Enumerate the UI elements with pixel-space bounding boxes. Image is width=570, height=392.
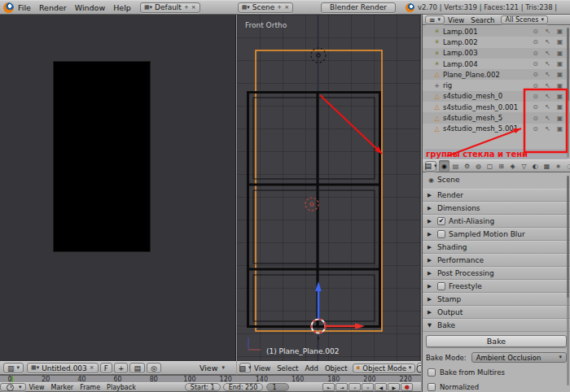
select-icon[interactable]: ↖ xyxy=(544,71,551,78)
record-button[interactable]: ● xyxy=(401,383,413,391)
jump-to-end-button[interactable]: ⇥ xyxy=(335,383,348,391)
view3d-menu-add[interactable]: Add xyxy=(301,364,321,372)
hide-icon[interactable]: ⊙ xyxy=(532,38,539,46)
outliner-scrollbar[interactable] xyxy=(567,28,569,158)
outliner-item-rig[interactable]: +rig⊙↖▣ xyxy=(423,80,570,90)
tab-texture-icon[interactable]: ▦ xyxy=(542,160,552,172)
hide-icon[interactable]: ⊙ xyxy=(532,50,539,57)
topbar-menu-window[interactable]: Window xyxy=(71,3,109,12)
select-icon[interactable]: ↖ xyxy=(544,103,551,111)
view3d-menu-object[interactable]: Object xyxy=(322,364,351,372)
open-image-button[interactable]: ▤ xyxy=(129,363,145,373)
hide-icon[interactable]: ⊙ xyxy=(532,93,539,100)
panel-stamp[interactable]: ▶Stamp xyxy=(423,293,570,306)
panel-post-processing[interactable]: ▶Post Processing xyxy=(423,267,570,280)
hide-icon[interactable]: ⊙ xyxy=(532,115,539,122)
scene-selector[interactable]: ▦▾ Scene + × xyxy=(238,2,293,13)
timeline-menu-view[interactable]: View xyxy=(26,384,48,391)
select-icon[interactable]: ↖ xyxy=(544,28,551,35)
panel-freestyle[interactable]: ▶Freestyle xyxy=(423,280,570,293)
outliner-item-s4studio-mesh-0[interactable]: △s4studio_mesh_0⊙↖▣ xyxy=(423,91,570,102)
tab-object-data-icon[interactable]: ▽ xyxy=(519,160,529,172)
panel-sampled-motion-blur[interactable]: ▶Sampled Motion Blur xyxy=(423,228,570,241)
new-image-button[interactable]: + xyxy=(114,363,129,373)
panel-checkbox[interactable]: ✔ xyxy=(437,217,445,225)
timeline-menu-marker[interactable]: Marker xyxy=(48,384,77,391)
start-frame-field[interactable]: Start: 1 xyxy=(185,383,221,391)
outliner-item-s4studio-mesh-0-001[interactable]: △s4studio_mesh_0.001⊙↖▣ xyxy=(423,102,570,112)
editor-type-timeline-icon[interactable]: ▾ xyxy=(0,383,26,391)
end-frame-field[interactable]: End: 250 xyxy=(223,383,264,391)
prev-keyframe-button[interactable]: « xyxy=(349,383,361,391)
hide-icon[interactable]: ⊙ xyxy=(532,82,539,89)
browse-layout-icon[interactable]: ▦▾ xyxy=(144,5,152,11)
panel-shading[interactable]: ▶Shading xyxy=(423,241,570,254)
screen-layout-selector[interactable]: ▦▾ Default + × xyxy=(140,2,200,13)
outliner-item-s4studio-mesh-5-001[interactable]: △s4studio_mesh_5.001⊙↖▣ xyxy=(423,124,570,134)
hide-icon[interactable]: ⊙ xyxy=(532,103,539,111)
tab-particles-icon[interactable]: ∗ xyxy=(553,160,563,172)
outliner-item-lamp-002[interactable]: ☀Lamp.002⊙↖▣ xyxy=(423,37,570,47)
browse-scene-icon[interactable]: ▦▾ xyxy=(242,5,250,11)
panel-output[interactable]: ▶Output xyxy=(423,306,570,319)
properties-scrollbar[interactable] xyxy=(567,176,569,385)
render-icon[interactable]: ▣ xyxy=(556,115,563,122)
browse-image-icon[interactable]: ▦▾ xyxy=(31,365,39,371)
tab-render-layers-icon[interactable]: ▤ xyxy=(450,160,461,172)
tab-material-icon[interactable]: ◐ xyxy=(530,160,541,172)
image-view-menu[interactable]: View xyxy=(195,364,222,372)
hide-icon[interactable]: ⊙ xyxy=(532,60,539,68)
select-icon[interactable]: ↖ xyxy=(544,50,551,57)
view3d-menu-view[interactable]: View xyxy=(251,364,274,372)
jump-to-start-button[interactable]: ⇤ xyxy=(322,383,335,391)
tab-render-icon[interactable]: ◉ xyxy=(439,160,449,172)
timeline-menu-frame[interactable]: Frame xyxy=(77,384,103,391)
play-button[interactable]: ▶ xyxy=(388,383,400,391)
image-editor-canvas[interactable] xyxy=(0,15,236,361)
blender-logo-icon[interactable] xyxy=(3,2,14,13)
editor-type-3dview-icon[interactable]: ▧▾ xyxy=(239,363,251,373)
outliner-display-dropdown[interactable]: All Scenes ▾ xyxy=(501,15,548,24)
option-checkbox[interactable] xyxy=(428,383,436,391)
panel-anti-aliasing[interactable]: ▶✔Anti-Aliasing xyxy=(423,215,570,228)
panel-checkbox[interactable] xyxy=(437,282,445,290)
bake-button[interactable]: Bake xyxy=(426,335,567,347)
select-icon[interactable]: ↖ xyxy=(544,93,551,100)
option-bake-from-multires[interactable]: Bake from Multires xyxy=(426,367,567,377)
panel-bake[interactable]: ▼Bake xyxy=(423,319,570,332)
add-scene-icon[interactable]: + xyxy=(277,5,282,11)
render-icon[interactable]: ▣ xyxy=(556,38,563,46)
select-icon[interactable]: ↖ xyxy=(544,125,551,133)
render-icon[interactable]: ▣ xyxy=(556,28,563,35)
outliner-menu-view[interactable]: View xyxy=(445,16,467,24)
hide-icon[interactable]: ⊙ xyxy=(532,125,539,133)
topbar-menu-file[interactable]: File xyxy=(14,3,35,12)
fake-user-button[interactable]: F xyxy=(100,363,112,373)
render-icon[interactable]: ▣ xyxy=(556,125,563,133)
manipulator-z-arrow[interactable] xyxy=(315,281,322,319)
viewport-canvas[interactable]: Front Ortho (1) Plane_Plane.002 xyxy=(237,15,421,361)
next-keyframe-button[interactable]: » xyxy=(362,383,374,391)
topbar-menu-help[interactable]: Help xyxy=(109,3,135,12)
outliner-item-plane-plane-002[interactable]: △Plane_Plane.002⊙↖▣ xyxy=(423,69,570,80)
unlink-image-icon[interactable]: × xyxy=(90,365,94,371)
editor-type-properties-icon[interactable]: ▤▾ xyxy=(425,161,436,172)
play-reverse-button[interactable]: ◀ xyxy=(375,383,387,391)
panel-performance[interactable]: ▶Performance xyxy=(423,254,570,267)
viewport-shading-dropdown[interactable]: ◯▾ xyxy=(417,363,421,373)
mode-dropdown[interactable]: ▪ Object Mode ▾ xyxy=(353,364,416,373)
select-icon[interactable]: ↖ xyxy=(544,115,551,122)
option-checkbox[interactable] xyxy=(428,368,436,377)
hide-icon[interactable]: ⊙ xyxy=(532,71,539,78)
view3d-menu-select[interactable]: Select xyxy=(274,364,301,372)
render-icon[interactable]: ▣ xyxy=(556,71,563,78)
outliner-item-lamp-004[interactable]: ☀Lamp.004⊙↖▣ xyxy=(423,59,570,69)
outliner-item-s4studio-mesh-5[interactable]: △s4studio_mesh_5⊙↖▣ xyxy=(423,112,570,123)
timeline-menu-playback[interactable]: Playback xyxy=(103,384,139,391)
outliner-menu-search[interactable]: Search xyxy=(467,16,498,24)
add-layout-icon[interactable]: + xyxy=(184,5,189,11)
tab-modifiers-icon[interactable]: ◈ xyxy=(507,160,518,172)
outliner-item-lamp-001[interactable]: ☀Lamp.001⊙↖▣ xyxy=(423,26,570,37)
tab-world-icon[interactable]: ◍ xyxy=(473,160,484,172)
render-icon[interactable]: ▣ xyxy=(556,82,563,89)
